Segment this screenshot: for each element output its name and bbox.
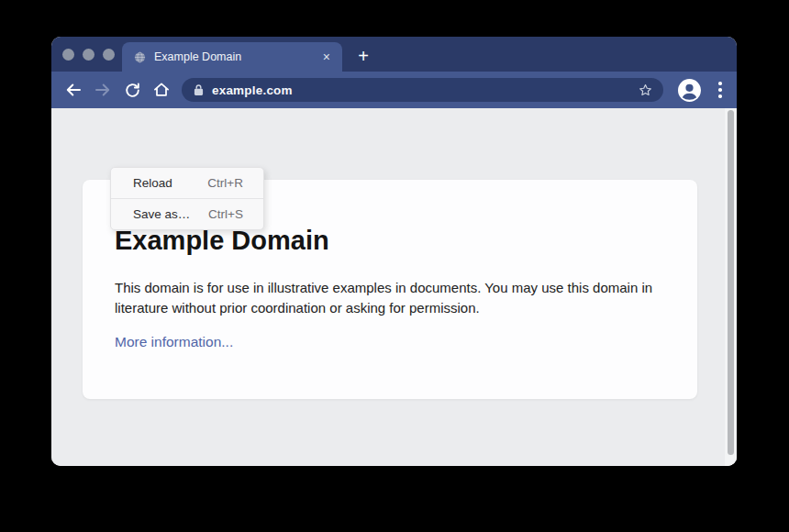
tab-title: Example Domain — [154, 50, 323, 63]
zoom-window-button[interactable] — [103, 49, 115, 61]
browser-menu-icon[interactable] — [718, 82, 722, 98]
minimize-window-button[interactable] — [83, 49, 94, 61]
tab-close-icon[interactable]: × — [323, 50, 330, 63]
home-icon — [152, 81, 171, 99]
back-button[interactable] — [59, 75, 88, 105]
titlebar: Example Domain × + — [51, 37, 737, 72]
home-button[interactable] — [147, 75, 176, 105]
menu-item-shortcut: Ctrl+S — [208, 207, 243, 221]
tab-example-domain[interactable]: Example Domain × — [122, 42, 342, 72]
toolbar: example.com — [51, 72, 737, 108]
menu-item-label: Reload — [133, 176, 172, 190]
scrollbar-thumb[interactable] — [728, 110, 734, 455]
new-tab-button[interactable]: + — [351, 45, 375, 69]
reload-button[interactable] — [117, 75, 147, 105]
lock-icon[interactable] — [194, 83, 204, 96]
menu-item-label: Save as… — [133, 207, 190, 221]
page-viewport: Example Domain This domain is for use in… — [51, 108, 737, 466]
page-paragraph: This domain is for use in illustrative e… — [115, 278, 665, 318]
more-information-link[interactable]: More information... — [115, 334, 233, 350]
context-menu: Reload Ctrl+R Save as… Ctrl+S — [110, 167, 264, 230]
back-arrow-icon — [64, 81, 83, 99]
bookmark-star-icon[interactable] — [638, 83, 653, 98]
context-menu-item-reload[interactable]: Reload Ctrl+R — [111, 168, 263, 198]
forward-arrow-icon — [94, 81, 112, 99]
context-menu-item-save-as[interactable]: Save as… Ctrl+S — [111, 199, 263, 229]
close-window-button[interactable] — [62, 49, 74, 61]
reload-icon — [124, 82, 141, 99]
tab-favicon-globe-icon — [134, 51, 146, 63]
profile-avatar[interactable] — [678, 79, 701, 102]
forward-button[interactable] — [88, 75, 117, 105]
url-text: example.com — [212, 83, 293, 97]
browser-window: Example Domain × + — [51, 37, 737, 466]
menu-item-shortcut: Ctrl+R — [207, 176, 243, 190]
address-bar[interactable]: example.com — [182, 78, 663, 102]
traffic-lights — [62, 49, 115, 61]
